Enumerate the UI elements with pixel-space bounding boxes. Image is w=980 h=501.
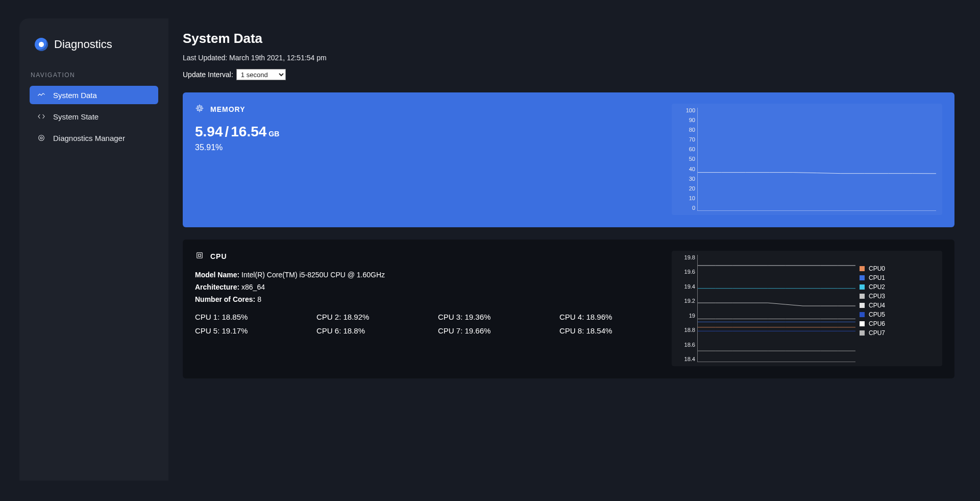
sidebar-item-label: Diagnostics Manager [53, 134, 125, 142]
svg-rect-2 [198, 106, 202, 111]
memory-value: 5.94/16.54 GB [195, 124, 662, 140]
svg-rect-3 [199, 107, 201, 110]
cpu-chart-legend: CPU0CPU1CPU2CPU3CPU4CPU5CPU6CPU7 [860, 265, 936, 337]
legend-item: CPU0 [860, 265, 936, 272]
y-tick-label: 60 [672, 147, 695, 152]
legend-label: CPU1 [869, 274, 885, 281]
y-tick-label: 19.6 [672, 269, 695, 275]
sidebar-item-label: System State [53, 112, 99, 121]
memory-card: MEMORY 5.94/16.54 GB 35.91% 100908070605… [183, 92, 954, 227]
y-tick-label: 100 [672, 108, 695, 113]
legend-item: CPU4 [860, 302, 936, 309]
legend-swatch-icon [860, 284, 865, 290]
legend-item: CPU5 [860, 311, 936, 318]
nav-section-label: NAVIGATION [30, 71, 158, 79]
memory-used: 5.94 [195, 124, 223, 140]
legend-item: CPU7 [860, 329, 936, 337]
sidebar: Diagnostics NAVIGATION System Data Syste… [19, 18, 168, 481]
legend-item: CPU6 [860, 320, 936, 327]
cpu-usage-cell: CPU 8: 18.54% [559, 326, 662, 335]
sidebar-item-system-state[interactable]: System State [30, 107, 158, 126]
legend-swatch-icon [860, 321, 865, 326]
cpu-usage-cell: CPU 1: 18.85% [195, 313, 297, 321]
cpu-model: Model Name: Intel(R) Core(TM) i5-8250U C… [195, 271, 662, 279]
memory-chip-icon [195, 104, 204, 114]
y-tick-label: 90 [672, 117, 695, 123]
cpu-card: CPU Model Name: Intel(R) Core(TM) i5-825… [183, 240, 954, 378]
chart-line-icon [37, 91, 46, 99]
last-updated: Last Updated: March 19th 2021, 12:51:54 … [183, 54, 954, 62]
memory-chart: 1009080706050403020100 [672, 104, 942, 215]
target-icon [37, 134, 46, 142]
legend-label: CPU4 [869, 302, 885, 309]
memory-percent: 35.91% [195, 143, 662, 152]
cpu-usage-grid: CPU 1: 18.85%CPU 2: 18.92%CPU 3: 19.36%C… [195, 313, 662, 335]
memory-card-title: MEMORY [210, 105, 245, 113]
legend-label: CPU5 [869, 311, 885, 318]
app-title: Diagnostics [54, 38, 112, 51]
app-root: Diagnostics NAVIGATION System Data Syste… [0, 0, 980, 501]
cpu-card-header: CPU [195, 251, 662, 261]
memory-card-header: MEMORY [195, 104, 662, 114]
update-interval-select[interactable]: 1 second5 seconds10 seconds30 seconds1 m… [236, 69, 286, 80]
y-tick-label: 80 [672, 127, 695, 133]
y-tick-label: 19.2 [672, 298, 695, 304]
svg-rect-9 [199, 254, 201, 257]
sidebar-item-label: System Data [53, 91, 97, 100]
legend-label: CPU3 [869, 293, 885, 300]
update-interval-label: Update Interval: [183, 70, 233, 79]
chrome-logo-icon [35, 38, 48, 51]
y-tick-label: 18.8 [672, 327, 695, 333]
legend-swatch-icon [860, 312, 865, 317]
cpu-cores: Number of Cores: 8 [195, 295, 662, 303]
y-tick-label: 19 [672, 313, 695, 319]
legend-label: CPU0 [869, 265, 885, 272]
main-content: System Data Last Updated: March 19th 202… [168, 18, 954, 481]
cpu-usage-cell: CPU 2: 18.92% [316, 313, 419, 321]
cpu-usage-cell: CPU 7: 19.66% [438, 326, 540, 335]
y-tick-label: 70 [672, 137, 695, 142]
cpu-chip-icon [195, 251, 204, 261]
legend-swatch-icon [860, 303, 865, 308]
legend-swatch-icon [860, 266, 865, 271]
svg-point-0 [39, 135, 44, 141]
page-title: System Data [183, 31, 954, 46]
cpu-usage-cell: CPU 3: 19.36% [438, 313, 540, 321]
legend-item: CPU3 [860, 293, 936, 300]
legend-label: CPU6 [869, 320, 885, 327]
memory-unit: GB [268, 130, 279, 138]
sidebar-item-system-data[interactable]: System Data [30, 86, 158, 104]
y-tick-label: 10 [672, 196, 695, 201]
y-tick-label: 18.6 [672, 342, 695, 348]
memory-total: 16.54 [231, 124, 266, 140]
last-updated-value: March 19th 2021, 12:51:54 pm [229, 54, 327, 62]
y-tick-label: 18.4 [672, 356, 695, 362]
y-tick-label: 40 [672, 166, 695, 172]
cpu-chart: 19.819.619.419.21918.818.618.4 CPU0CPU1C… [672, 251, 942, 366]
y-tick-label: 30 [672, 176, 695, 182]
legend-swatch-icon [860, 330, 865, 336]
last-updated-label: Last Updated: [183, 54, 229, 62]
y-tick-label: 19.8 [672, 255, 695, 260]
y-tick-label: 50 [672, 156, 695, 162]
svg-point-1 [40, 137, 42, 139]
y-tick-label: 0 [672, 205, 695, 211]
sidebar-item-diagnostics-manager[interactable]: Diagnostics Manager [30, 129, 158, 147]
update-interval-row: Update Interval: 1 second5 seconds10 sec… [183, 69, 954, 80]
legend-label: CPU7 [869, 329, 885, 337]
legend-item: CPU2 [860, 283, 936, 291]
cpu-usage-cell: CPU 6: 18.8% [316, 326, 419, 335]
cpu-card-title: CPU [210, 252, 227, 260]
cpu-arch: Architecture: x86_64 [195, 283, 662, 291]
legend-swatch-icon [860, 294, 865, 299]
legend-label: CPU2 [869, 283, 885, 291]
legend-item: CPU1 [860, 274, 936, 281]
code-icon [37, 112, 46, 121]
cpu-usage-cell: CPU 5: 19.17% [195, 326, 297, 335]
brand: Diagnostics [30, 38, 158, 51]
y-tick-label: 19.4 [672, 284, 695, 290]
legend-swatch-icon [860, 275, 865, 280]
y-tick-label: 20 [672, 186, 695, 192]
svg-rect-8 [197, 253, 203, 258]
cpu-usage-cell: CPU 4: 18.96% [559, 313, 662, 321]
